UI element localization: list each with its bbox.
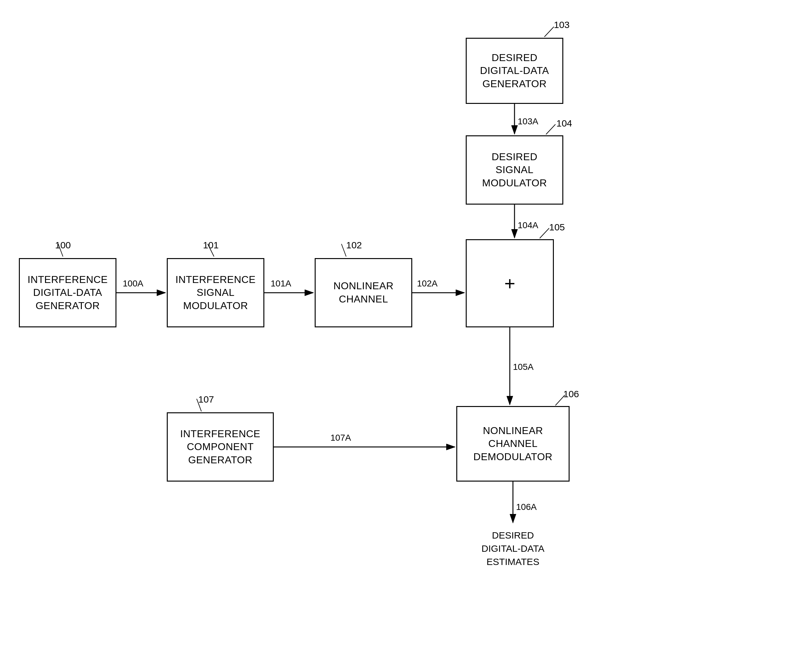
desired-data-gen-id: 103 [554,20,570,30]
nonlinear-channel-label: NONLINEARCHANNEL [333,280,393,306]
nonlinear-channel-demod-id: 106 [563,389,579,399]
interference-data-gen-block: INTERFERENCEDIGITAL-DATAGENERATOR [19,258,116,328]
arrows-svg: 100A 101A 102A 103A 104A 105A 106A 107A [0,0,810,672]
desired-data-gen-label: DESIREDDIGITAL-DATAGENERATOR [480,51,549,91]
interference-component-gen-label: INTERFERENCECOMPONENTGENERATOR [180,427,261,467]
desired-signal-mod-label: DESIREDSIGNALMODULATOR [482,150,547,190]
adder-id: 105 [549,222,565,233]
nonlinear-channel-demod-label: NONLINEARCHANNELDEMODULATOR [473,424,552,464]
nonlinear-channel-demod-block: NONLINEARCHANNELDEMODULATOR [456,406,570,481]
desired-signal-mod-id: 104 [556,118,572,129]
svg-line-22 [546,124,555,134]
svg-text:102A: 102A [417,279,438,288]
svg-text:103A: 103A [518,117,538,126]
adder-block: + [466,239,554,328]
adder-label: + [504,273,515,294]
svg-text:106A: 106A [516,502,537,512]
interference-data-gen-id: 100 [55,240,71,250]
diagram: 100A 101A 102A 103A 104A 105A 106A 107A [0,0,810,672]
svg-line-21 [544,27,554,37]
svg-text:100A: 100A [123,279,143,288]
desired-signal-mod-block: DESIREDSIGNALMODULATOR [466,135,563,204]
desired-estimates-label: DESIREDDIGITAL-DATAESTIMATES [481,529,544,569]
interference-component-gen-id: 107 [198,394,214,405]
svg-line-23 [540,228,549,238]
svg-line-20 [341,244,346,257]
desired-data-gen-block: DESIREDDIGITAL-DATAGENERATOR [466,38,563,104]
interference-signal-mod-label: INTERFERENCESIGNALMODULATOR [176,273,256,312]
svg-text:107A: 107A [331,433,351,442]
interference-signal-mod-block: INTERFERENCESIGNALMODULATOR [167,258,264,328]
svg-text:104A: 104A [518,220,538,230]
nonlinear-channel-id: 102 [346,240,362,250]
interference-signal-mod-id: 101 [203,240,219,250]
nonlinear-channel-block: NONLINEARCHANNEL [315,258,412,328]
interference-data-gen-label: INTERFERENCEDIGITAL-DATAGENERATOR [28,273,108,312]
svg-text:105A: 105A [513,362,534,372]
svg-text:101A: 101A [271,279,291,288]
interference-component-gen-block: INTERFERENCECOMPONENTGENERATOR [167,412,274,481]
